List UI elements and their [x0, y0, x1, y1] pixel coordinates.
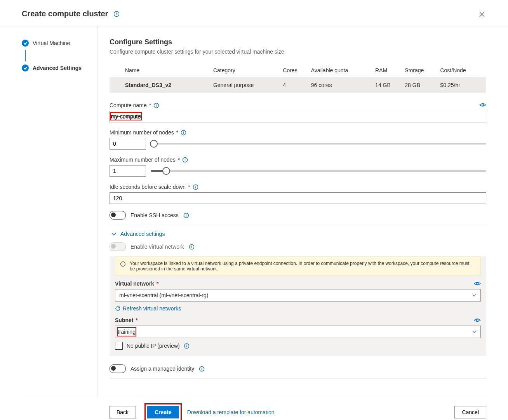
required-indicator: * [176, 129, 178, 136]
advanced-settings-expander[interactable]: Advanced settings [111, 231, 486, 237]
svg-text:i: i [186, 343, 187, 348]
no-public-ip-checkbox[interactable] [115, 342, 123, 350]
col-storage: Storage [405, 63, 440, 77]
refresh-vnet-label: Refresh virtual networks [123, 305, 181, 312]
chevron-down-icon [472, 329, 477, 334]
preview-icon[interactable] [474, 281, 481, 286]
enable-vnet-label: Enable virtual network [130, 244, 184, 250]
cell-cores: 4 [283, 77, 311, 93]
idle-seconds-input[interactable] [110, 192, 486, 204]
cell-cost: $0.25/hr [440, 77, 486, 93]
col-ram: RAM [375, 63, 405, 77]
info-banner-text: Your workspace is linked to a virtual ne… [130, 261, 476, 272]
download-template-link[interactable]: Download a template for automation [187, 409, 275, 415]
svg-text:i: i [156, 103, 157, 107]
vnet-label: Virtual network [115, 281, 154, 287]
no-public-ip-label: No public IP (preview) [127, 343, 180, 349]
preview-icon[interactable] [479, 102, 486, 108]
required-indicator: * [157, 281, 158, 287]
required-indicator: * [188, 184, 190, 190]
cell-name: Standard_DS3_v2 [110, 77, 213, 93]
wizard-steps: Virtual Machine Advanced Settings [22, 26, 98, 396]
idle-label: Idle seconds before scale down [110, 184, 186, 190]
enable-ssh-toggle[interactable] [110, 211, 126, 220]
svg-text:i: i [195, 185, 196, 189]
max-nodes-input[interactable] [110, 165, 146, 177]
col-quota: Available quota [311, 63, 375, 77]
check-icon [22, 64, 29, 71]
enable-ssh-label: Enable SSH access [130, 212, 179, 218]
back-button[interactable]: Back [109, 406, 136, 418]
managed-identity-toggle[interactable] [110, 364, 126, 373]
highlight-box: training [117, 327, 136, 336]
preview-icon[interactable] [474, 317, 481, 323]
required-indicator: * [178, 157, 180, 163]
cell-ram: 14 GB [375, 77, 405, 93]
vnet-select[interactable]: ml-vnet-scentral (ml-vnet-scentral-rg) [115, 289, 481, 301]
subnet-label: Subnet [115, 317, 133, 323]
page-title: Create compute cluster [22, 9, 108, 18]
info-icon[interactable]: i [113, 11, 120, 17]
section-subtitle: Configure compute cluster settings for y… [110, 49, 486, 55]
svg-text:i: i [201, 366, 202, 371]
cell-quota: 96 cores [311, 77, 375, 93]
svg-text:i: i [183, 130, 184, 134]
min-nodes-input[interactable] [110, 138, 146, 150]
col-category: Category [213, 63, 283, 77]
info-icon[interactable]: i [153, 103, 159, 108]
vnet-panel: i Your workspace is linked to a virtual … [110, 256, 486, 356]
max-nodes-slider[interactable] [151, 168, 486, 174]
cell-storage: 28 GB [405, 77, 440, 93]
refresh-vnet-link[interactable]: Refresh virtual networks [115, 305, 481, 312]
cell-category: General purpose [213, 77, 283, 93]
info-icon: i [120, 261, 126, 272]
svg-text:i: i [116, 12, 117, 16]
compute-name-label: Compute name [110, 102, 147, 108]
svg-text:i: i [186, 213, 187, 217]
step-label: Virtual Machine [33, 40, 70, 46]
step-virtual-machine[interactable]: Virtual Machine [22, 40, 97, 47]
enable-vnet-toggle[interactable] [110, 242, 126, 251]
close-icon[interactable] [479, 12, 485, 17]
compute-name-input[interactable] [110, 111, 486, 122]
info-icon[interactable]: i [199, 366, 205, 372]
create-button[interactable]: Create [147, 406, 179, 418]
svg-point-17 [477, 283, 478, 285]
step-connector [25, 50, 26, 61]
advanced-settings-label: Advanced settings [120, 231, 165, 237]
info-icon[interactable]: i [183, 213, 189, 218]
svg-point-18 [477, 319, 478, 321]
min-nodes-slider[interactable] [151, 141, 486, 147]
step-advanced-settings[interactable]: Advanced Settings [22, 64, 97, 71]
required-indicator: * [136, 317, 137, 323]
svg-point-4 [482, 104, 484, 106]
col-name: Name [110, 63, 213, 77]
table-row: Standard_DS3_v2 General purpose 4 96 cor… [110, 77, 486, 93]
required-indicator: * [149, 102, 151, 108]
svg-text:i: i [122, 262, 124, 266]
info-icon[interactable]: i [182, 157, 188, 163]
section-title: Configure Settings [110, 38, 486, 46]
info-icon[interactable]: i [189, 244, 195, 250]
svg-text:i: i [184, 157, 186, 162]
svg-text:i: i [191, 244, 192, 249]
max-nodes-label: Maximum number of nodes [110, 157, 176, 163]
divider [110, 378, 486, 379]
info-icon[interactable]: i [193, 184, 198, 190]
col-cores: Cores [283, 63, 311, 77]
info-icon[interactable]: i [184, 343, 190, 349]
min-nodes-label: Minimum number of nodes [110, 129, 174, 136]
highlight-box: Create [144, 403, 182, 420]
step-label: Advanced Settings [33, 65, 82, 71]
info-icon[interactable]: i [181, 130, 186, 136]
vnet-value: ml-vnet-scentral (ml-vnet-scentral-rg) [119, 292, 208, 298]
info-banner: i Your workspace is linked to a virtual … [115, 256, 481, 276]
check-icon [22, 40, 29, 47]
cancel-button[interactable]: Cancel [454, 406, 486, 418]
vm-size-table: Name Category Cores Available quota RAM … [110, 63, 486, 93]
chevron-down-icon [472, 293, 477, 298]
subnet-select[interactable]: training training [115, 326, 481, 338]
col-cost: Cost/Node [440, 63, 486, 77]
divider [110, 225, 486, 225]
managed-identity-label: Assign a managed identity [130, 366, 194, 372]
